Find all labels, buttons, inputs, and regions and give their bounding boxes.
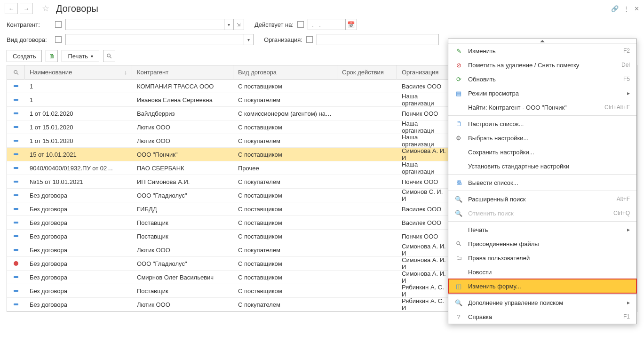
search-icon: 🔍 xyxy=(455,195,462,203)
mi-choose-settings[interactable]: ⚙Выбрать настройки... xyxy=(448,131,636,145)
context-menu: ✎ИзменитьF2 ⊘Пометить на удаление / Снят… xyxy=(448,39,637,324)
cell-name: Без договора xyxy=(25,301,132,308)
cell-name: 15 от 10.01.2021 xyxy=(25,151,132,158)
cell-type: С покупателем xyxy=(233,137,337,144)
col-term[interactable]: Срок действия xyxy=(337,65,397,80)
cell-type: С поставщиком xyxy=(233,274,337,281)
active-on-checkbox[interactable] xyxy=(297,21,304,28)
cell-icon xyxy=(7,112,25,114)
cell-icon xyxy=(7,167,25,169)
cell-org: Рябинкин А. С. И xyxy=(397,297,451,311)
printer-icon: 🖶 xyxy=(455,179,462,186)
cell-icon xyxy=(7,181,25,183)
dropdown-icon[interactable]: ▾ xyxy=(244,34,253,45)
cell-org: Симонова А. И. И xyxy=(397,270,451,284)
mi-search-addon[interactable]: 🔍Дополнение управление поиском▸ xyxy=(448,295,636,310)
cell-icon xyxy=(7,303,25,305)
cell-type: С поставщиком xyxy=(233,233,337,240)
attach-button[interactable]: ⚲ xyxy=(103,50,115,62)
menu-collapse[interactable] xyxy=(448,39,636,44)
cell-type: С покупателем xyxy=(233,301,337,308)
mi-print[interactable]: Печать▸ xyxy=(448,223,636,237)
cancel-search-icon: 🔍 xyxy=(455,209,462,217)
item-icon xyxy=(14,112,18,114)
calendar-icon[interactable]: 📅 xyxy=(345,19,357,30)
col-name[interactable]: Наименование↓ xyxy=(25,65,132,80)
mi-export-list[interactable]: 🖶Вывести список... xyxy=(448,175,636,190)
cell-icon xyxy=(7,235,25,237)
contract-type-label: Вид договора: xyxy=(7,36,51,43)
cell-org: Василек ООО xyxy=(397,219,451,226)
delete-mark-icon: ⊘ xyxy=(455,61,462,69)
contract-type-combo[interactable]: ▾ xyxy=(65,34,254,45)
mi-configure-list[interactable]: 🗒Настроить список... xyxy=(448,117,636,131)
cell-name: 1 от 01.02.2020 xyxy=(25,110,132,117)
blank-icon xyxy=(455,268,462,276)
blank-icon xyxy=(455,104,462,111)
col-counterparty[interactable]: Контрагент xyxy=(132,65,233,80)
mi-view-mode[interactable]: ▤Режим просмотра▸ xyxy=(448,86,636,100)
mi-find[interactable]: Найти: Контрагент - ООО "Пончик"Ctrl+Alt… xyxy=(448,100,636,114)
cell-name: Без договора xyxy=(25,219,132,226)
dropdown-icon[interactable]: ▾ xyxy=(224,19,233,30)
cell-org: Наша организаци xyxy=(397,120,451,134)
rights-icon: 🗂 xyxy=(455,254,462,262)
menu-separator xyxy=(448,221,636,222)
col-type[interactable]: Вид договора xyxy=(233,65,337,80)
sort-icon: ↓ xyxy=(124,69,127,76)
blank-icon xyxy=(455,162,462,170)
cell-type: С поставщиком xyxy=(233,287,337,295)
back-button[interactable]: ← xyxy=(5,3,18,14)
cell-icon xyxy=(7,140,25,142)
link-icon[interactable]: 🔗 xyxy=(611,5,619,12)
select-icon[interactable]: ⇲ xyxy=(233,19,243,30)
cell-org: Симонова А. И. И xyxy=(397,147,451,161)
menu-separator xyxy=(448,191,636,191)
cell-org: Василек ООО xyxy=(397,83,451,90)
mi-user-rights[interactable]: 🗂Права пользователей xyxy=(448,251,636,265)
chevron-right-icon: ▸ xyxy=(627,90,630,96)
mi-refresh[interactable]: ⟳ОбновитьF5 xyxy=(448,72,636,86)
mi-mark-delete[interactable]: ⊘Пометить на удаление / Снять пометкуDel xyxy=(448,58,636,72)
chevron-right-icon: ▸ xyxy=(627,226,630,233)
cell-type: С покупателем xyxy=(233,96,337,104)
list-settings-icon: 🗒 xyxy=(455,120,462,128)
item-icon xyxy=(14,303,18,305)
forward-button[interactable]: → xyxy=(20,3,33,14)
date-field[interactable]: . . 📅 xyxy=(308,19,357,30)
mi-edit[interactable]: ✎ИзменитьF2 xyxy=(448,44,636,58)
col-attachment[interactable]: ⚲ xyxy=(7,65,25,80)
mi-change-form[interactable]: ◫Изменить форму... xyxy=(448,279,636,293)
counterparty-checkbox[interactable] xyxy=(55,21,62,28)
blank-icon xyxy=(455,148,462,156)
copy-button[interactable]: 🗎 xyxy=(46,50,58,62)
more-icon[interactable]: ⋮ xyxy=(623,5,629,12)
organization-checkbox[interactable] xyxy=(306,36,313,43)
create-button[interactable]: Создать xyxy=(7,50,42,62)
mi-news[interactable]: Новости xyxy=(448,265,636,279)
mi-adv-search[interactable]: 🔍Расширенный поискAlt+F xyxy=(448,192,636,206)
print-button[interactable]: Печать▾ xyxy=(62,50,99,62)
menu-separator xyxy=(448,294,636,295)
mi-attachments[interactable]: ⚲Присоединенные файлы xyxy=(448,237,636,251)
cell-counterparty: ПАО СБЕРБАНК xyxy=(132,165,233,172)
mi-set-default[interactable]: Установить стандартные настройки xyxy=(448,159,636,173)
organization-input[interactable] xyxy=(317,34,429,45)
mi-save-settings[interactable]: Сохранить настройки... xyxy=(448,145,636,159)
cell-type: С поставщиком xyxy=(233,192,337,199)
cell-type: С комиссионером (агентом) на… xyxy=(233,110,337,117)
refresh-icon: ⟳ xyxy=(455,75,462,83)
mi-help[interactable]: ?СправкаF1 xyxy=(448,310,636,324)
contract-type-checkbox[interactable] xyxy=(55,36,62,43)
col-org[interactable]: Организация xyxy=(397,65,451,80)
marked-icon xyxy=(14,261,18,266)
favorite-icon[interactable]: ☆ xyxy=(42,3,49,14)
contract-type-input[interactable] xyxy=(66,34,244,45)
cell-icon xyxy=(7,222,25,223)
close-icon[interactable]: ✕ xyxy=(634,5,639,12)
counterparty-input[interactable] xyxy=(66,19,224,30)
cell-name: 1 xyxy=(25,96,132,104)
counterparty-combo[interactable]: ▾ ⇲ xyxy=(65,19,244,30)
cell-icon xyxy=(7,85,25,87)
organization-combo[interactable] xyxy=(317,34,439,45)
